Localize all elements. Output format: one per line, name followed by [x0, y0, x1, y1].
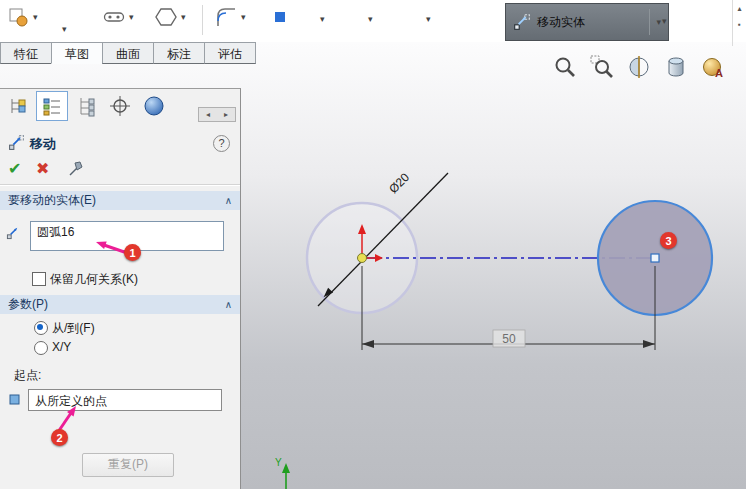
keep-relations-checkbox[interactable]	[32, 272, 46, 286]
rectangle-tool-icon	[268, 5, 292, 29]
feature-tree-icon	[7, 95, 29, 117]
parameters-section-title: 参数(P)	[8, 296, 48, 313]
move-entity-button-label: 移动实体	[537, 14, 585, 31]
tab-label: 草图	[65, 47, 89, 61]
feature-manager-tab[interactable]	[2, 91, 34, 121]
tab-label: 评估	[218, 47, 242, 61]
heads-up-view-toolbar: A	[552, 54, 726, 80]
tab-sketch[interactable]: 草图	[51, 42, 103, 64]
dropdown-caret-icon[interactable]: ▾	[181, 13, 186, 22]
start-point-marker[interactable]	[358, 254, 367, 263]
help-button[interactable]: ?	[213, 135, 230, 152]
tab-surfaces[interactable]: 曲面	[102, 42, 154, 64]
start-point-label: 起点:	[14, 367, 41, 384]
toolbar-overflow-strip[interactable]: ▴ ▪	[732, 0, 746, 46]
pushpin-icon	[68, 161, 84, 177]
ribbon-toolbar: ▾ ▾ ▾ ▾ ▾ ▾ ▾ ▾ 移动实体 ▾ ▾ ▴	[0, 0, 746, 42]
slot-tool-button[interactable]: ▾	[102, 5, 134, 29]
panel-divider	[0, 184, 240, 186]
diameter-dimension-text[interactable]: Ø20	[386, 170, 412, 196]
move-command-icon	[8, 134, 25, 154]
panel-title: 移动	[30, 135, 56, 153]
fillet-tool-icon	[214, 5, 238, 29]
button-separator	[649, 9, 650, 35]
entities-section-header[interactable]: 要移动的实体(E) ∧	[0, 191, 240, 210]
svg-text:A: A	[715, 67, 723, 79]
slot-tool-icon	[102, 5, 126, 29]
crosshair-icon	[109, 95, 131, 117]
dropdown-caret-icon[interactable]: ▾	[662, 16, 667, 26]
polygon-tool-icon	[154, 5, 178, 29]
tab-label: 特征	[14, 47, 38, 61]
xy-radio[interactable]	[34, 341, 48, 355]
tab-scroll-left-icon[interactable]: ◂	[206, 110, 210, 119]
section-view-icon[interactable]	[626, 54, 652, 80]
configuration-tree-icon	[75, 95, 97, 117]
configuration-manager-tab[interactable]	[70, 91, 102, 121]
y-axis-label: Y	[275, 457, 282, 468]
sketch-tool-button[interactable]: ▾	[6, 5, 38, 29]
tab-evaluate[interactable]: 评估	[204, 42, 256, 64]
property-manager-tab[interactable]	[36, 91, 68, 121]
tab-label: 曲面	[116, 47, 140, 61]
distance-dimension-text[interactable]: 50	[502, 332, 516, 346]
repeat-button[interactable]: 重复(P)	[82, 453, 174, 477]
cancel-button[interactable]: ✖	[36, 159, 49, 178]
step-badge-1: 1	[124, 244, 141, 261]
xy-label: X/Y	[52, 340, 71, 354]
appearance-icon[interactable]: A	[700, 54, 726, 80]
tab-label: 标注	[167, 47, 191, 61]
display-style-icon[interactable]	[663, 54, 689, 80]
panel-tab-strip	[2, 91, 170, 121]
toolbar-separator	[202, 5, 203, 35]
rectangle-tool-button[interactable]	[268, 5, 292, 29]
move-entity-button[interactable]: 移动实体 ▾	[505, 3, 669, 41]
selected-entity-item[interactable]: 圆弧16	[37, 225, 74, 239]
dim-arrow-left	[362, 340, 374, 348]
dropdown-caret-icon[interactable]: ▾	[241, 13, 246, 22]
entities-section-title: 要移动的实体(E)	[8, 192, 96, 209]
property-list-icon	[41, 95, 63, 117]
dropdown-caret-icon[interactable]: ▾	[368, 14, 373, 24]
collapse-chevron-icon[interactable]: ∧	[225, 299, 232, 310]
tab-annotations[interactable]: 标注	[153, 42, 205, 64]
pin-button[interactable]	[68, 161, 84, 180]
solidworks-window: A Ø20	[0, 0, 746, 489]
entities-select-icon	[6, 225, 21, 243]
dimxpert-manager-tab[interactable]	[104, 91, 136, 121]
move-entity-icon	[513, 13, 531, 31]
from-to-label: 从/到(F)	[52, 320, 95, 337]
property-manager-panel: ◂ ▸ 移动 ? ✔ ✖ 要移动的实体(E) ∧ 圆弧16 保留几何关系(K) …	[0, 88, 241, 489]
step-badge-3: 3	[660, 232, 677, 249]
polygon-tool-button[interactable]: ▾	[154, 5, 186, 29]
start-point-icon	[9, 394, 20, 408]
keep-relations-label: 保留几何关系(K)	[50, 271, 138, 288]
tab-features[interactable]: 特征	[0, 42, 52, 64]
overflow-item-icon[interactable]: ▪	[738, 20, 741, 29]
collapse-chevron-icon[interactable]: ∧	[225, 195, 232, 206]
dropdown-caret-icon[interactable]: ▾	[320, 14, 325, 24]
fillet-tool-button[interactable]: ▾	[214, 5, 246, 29]
overflow-up-icon[interactable]: ▴	[737, 4, 741, 13]
dropdown-caret-icon[interactable]: ▾	[129, 13, 134, 22]
zoom-fit-icon[interactable]	[552, 54, 578, 80]
y-axis-arrowhead	[282, 463, 290, 473]
from-to-radio[interactable]	[34, 321, 48, 335]
command-manager-tabs: 特征 草图 曲面 标注 评估	[0, 42, 255, 64]
ok-button[interactable]: ✔	[8, 159, 21, 178]
step-badge-2: 2	[51, 429, 68, 446]
dim-arrow-right	[643, 340, 655, 348]
dropdown-caret-icon[interactable]: ▾	[656, 18, 661, 27]
display-sphere-icon	[143, 95, 165, 117]
dropdown-caret-icon[interactable]: ▾	[426, 14, 431, 24]
tab-scroll-right-icon[interactable]: ▸	[224, 110, 228, 119]
display-manager-tab[interactable]	[138, 91, 170, 121]
panel-tab-scroll[interactable]: ◂ ▸	[198, 107, 236, 122]
dropdown-caret-icon[interactable]: ▾	[33, 13, 38, 22]
parameters-section-header[interactable]: 参数(P) ∧	[0, 295, 240, 314]
sketch-tool-icon	[6, 5, 30, 29]
dropdown-caret-icon[interactable]: ▾	[62, 24, 67, 34]
target-center-handle[interactable]	[651, 254, 659, 262]
zoom-area-icon[interactable]	[589, 54, 615, 80]
